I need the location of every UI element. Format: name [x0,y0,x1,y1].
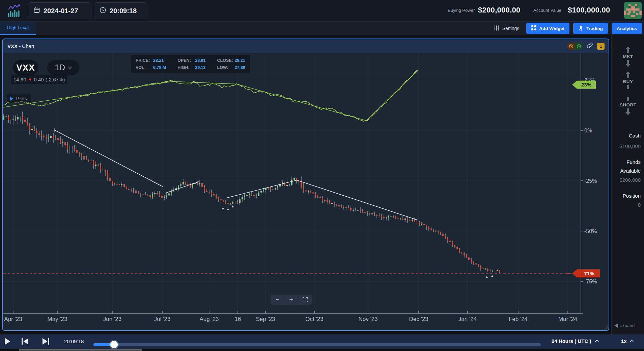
playback-speed-label: 1x [621,338,627,344]
high-value: 29.13 [195,65,205,70]
cash-label: Cash [629,133,641,139]
position-label: Position [623,193,641,199]
svg-text:Apr '23: Apr '23 [4,316,22,322]
svg-text:Jul '23: Jul '23 [154,316,171,322]
triangle-right-icon [10,97,13,101]
bottom-strip [0,349,644,351]
svg-text:0%: 0% [584,128,592,133]
arrow-down-icon [625,108,631,115]
tab-high-level[interactable]: High Level [0,22,36,35]
analytics-button[interactable]: Analytics [612,23,642,34]
chart-title-suffix: - Chart [18,43,34,49]
buy-control[interactable]: BUY [612,71,644,89]
cash-value: $100,000 [619,143,641,149]
svg-text:Mar '24: Mar '24 [558,316,577,322]
svg-text:Sep '23: Sep '23 [256,316,275,322]
ohlc-panel: PRICE:28.21 OPEN:28.91 CLOSE:28.21 VOL:6… [131,55,250,73]
down-arrow-icon: ▼ [28,77,32,82]
play-button[interactable] [5,338,10,346]
fullscreen-button[interactable] [298,295,312,305]
resize-handle[interactable] [603,324,608,329]
svg-text:-71%: -71% [582,271,594,276]
svg-text:Dec '23: Dec '23 [409,316,428,322]
group-badge[interactable]: 1 [597,43,605,50]
app-logo-icon [7,4,21,19]
svg-text:Oct '23: Oct '23 [305,316,323,322]
session-toggle[interactable] [567,43,583,50]
settings-label: Settings [502,26,520,31]
settings-button[interactable]: Settings [490,25,523,32]
skip-to-start-button[interactable] [22,338,28,346]
symbol-pill[interactable]: VXX [13,60,38,75]
zoom-out-button[interactable]: − [271,295,284,305]
last-price: 14.60 [13,77,26,82]
hidden-widget-edge [19,349,142,351]
session-hours-label: 24 Hours ( UTC ) [552,338,591,344]
skip-to-end-button[interactable] [43,338,49,346]
market-hours-clock-icon[interactable] [575,43,583,50]
expand-button[interactable]: expand [614,323,635,328]
chart-widget-header[interactable]: VXX - Chart [3,39,609,53]
link-icon[interactable] [586,42,593,50]
buying-power-value: $200,000.00 [478,6,521,15]
arrow-left-icon [614,324,618,328]
trading-icon [578,25,584,32]
svg-text:Nov '23: Nov '23 [358,316,377,322]
funds-value: $200,000 [619,177,641,183]
svg-text:Jan '24: Jan '24 [458,316,477,322]
analytics-label: Analytics [617,26,637,31]
svg-text:-75%: -75% [584,279,597,284]
chevron-up-icon [629,340,634,343]
svg-text:Jun '23: Jun '23 [103,316,121,322]
calendar-icon [33,7,40,15]
low-label: LOW: [217,65,235,70]
top-bar: 2024-01-27 20:09:18 Buying Power $200,00… [0,0,644,22]
funds-label-line1: Funds [626,159,641,165]
trading-button[interactable]: Trading [573,23,608,34]
chart-title-symbol: VXX [7,43,18,49]
chevron-down-icon [68,66,72,69]
buying-power-label: Buying Power [448,8,475,13]
stem-icon [625,97,631,101]
short-control[interactable]: SHORT [612,97,644,115]
vol-label: VOL: [136,65,153,70]
price-chart[interactable]: 25%0%-25%-50%-75%Apr '23May '23Jun '23Ju… [3,53,609,330]
chart-widget: VXX - Chart [2,39,609,331]
timeframe-dropdown[interactable]: 1D [47,60,80,75]
plots-toggle[interactable]: Plots [7,94,31,103]
app-window: 2024-01-27 20:09:18 Buying Power $200,00… [0,0,644,351]
mkt-order-control[interactable]: MKT [612,46,644,67]
account-value-label: Account Value [533,8,561,13]
price-value: 28.21 [153,58,164,63]
account-value-value: $100,000.00 [568,6,610,15]
time-picker[interactable]: 20:09:18 [94,2,147,19]
short-label: SHORT [620,102,637,107]
add-widget-button[interactable]: Add Widget [526,23,569,34]
clock-icon [100,7,106,15]
vol-value: 6.78 M [153,65,166,70]
open-value: 28.91 [195,58,205,63]
timeline-slider[interactable] [93,343,541,346]
chevron-up-icon [595,340,599,343]
svg-text:Feb '24: Feb '24 [509,316,528,322]
trading-label: Trading [586,26,603,31]
svg-text:-50%: -50% [584,228,597,234]
chart-widget-title: VXX - Chart [7,43,34,49]
price-label: PRICE: [136,58,153,63]
chart-area[interactable]: 25%0%-25%-50%-75%Apr '23May '23Jun '23Ju… [3,53,609,330]
date-picker[interactable]: 2024-01-27 [28,2,91,19]
position-value: 0 [638,202,641,208]
add-widget-label: Add Widget [539,26,564,31]
zoom-in-button[interactable]: + [284,295,298,305]
session-hours-dropdown[interactable]: 24 Hours ( UTC ) [552,338,599,344]
no-extended-hours-icon[interactable] [567,43,575,50]
playback-bar: 20:09:18 24 Hours ( UTC ) 1x [0,334,644,349]
mkt-label: MKT [623,54,633,59]
low-value: 27.89 [235,65,245,70]
user-avatar[interactable] [624,2,642,19]
playback-speed-dropdown[interactable]: 1x [621,338,634,344]
chart-header-icons: 1 [567,42,605,50]
timeline-thumb[interactable] [110,341,118,348]
price-change: 0.40 [34,77,44,82]
arrow-down-icon [625,60,631,67]
